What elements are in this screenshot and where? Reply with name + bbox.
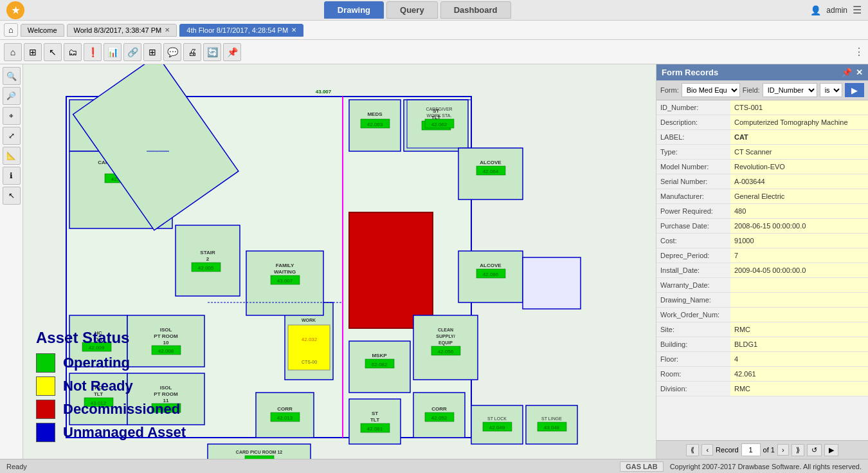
toolbar-refresh-btn[interactable]: 🔄 bbox=[203, 43, 221, 61]
toolbar-grid-btn[interactable]: ⊞ bbox=[143, 43, 161, 61]
svg-text:43.007: 43.007 bbox=[277, 278, 293, 284]
user-icon: 👤 bbox=[810, 5, 821, 15]
label-power: Power Required: bbox=[656, 204, 730, 218]
nav-last-btn[interactable]: ⟫ bbox=[791, 444, 804, 456]
tab-4thfloor[interactable]: 4th Floor 8/17/2017, 4:28:54 PM ✕ bbox=[179, 24, 303, 37]
tool-cursor[interactable]: ↖ bbox=[3, 187, 21, 205]
tool-info[interactable]: ℹ bbox=[3, 167, 21, 185]
toolbar-markup-btn[interactable]: ❗ bbox=[84, 43, 102, 61]
tool-zoom-in[interactable]: 🔍 bbox=[3, 67, 21, 85]
form-filter-select[interactable]: Bio Med Equ bbox=[682, 83, 740, 97]
field-filter-label: Field: bbox=[743, 86, 760, 94]
toolbar-pin-btn[interactable]: 📌 bbox=[223, 43, 241, 61]
nav-first-btn[interactable]: ⟪ bbox=[686, 444, 699, 456]
legend-label-decommissioned: Decommissioned bbox=[63, 401, 180, 418]
svg-text:CAREGIVER: CAREGIVER bbox=[426, 107, 452, 111]
record-row-desc: Description: Computerized Tomography Mac… bbox=[656, 115, 868, 130]
record-row-drawing: Drawing_Name: bbox=[656, 293, 868, 308]
toolbar-home-btn[interactable]: ⌂ bbox=[4, 43, 22, 61]
record-row-install: Install_Date: 2009-04-05 00:00:00.0 bbox=[656, 263, 868, 278]
svg-rect-110 bbox=[523, 257, 581, 309]
label-label: LABEL: bbox=[656, 130, 730, 144]
svg-text:MSKP: MSKP bbox=[372, 353, 387, 358]
legend-item-notready: Not Ready bbox=[36, 376, 186, 396]
svg-text:42.081: 42.081 bbox=[367, 426, 383, 432]
label-deprec: Deprec_Period: bbox=[656, 248, 730, 263]
svg-text:CORR: CORR bbox=[277, 406, 293, 412]
nav-prev-btn[interactable]: ‹ bbox=[701, 444, 713, 456]
tab-bar: ⌂ Welcome World 8/3/2017, 3:38:47 PM ✕ 4… bbox=[0, 21, 868, 40]
record-row-cost: Cost: 91000 bbox=[656, 234, 868, 248]
svg-text:62.082: 62.082 bbox=[372, 362, 388, 367]
nav-search-btn[interactable]: ▶ bbox=[824, 444, 838, 456]
toolbar-more-btn[interactable]: ⋮ bbox=[854, 46, 864, 58]
svg-text:43.048: 43.048 bbox=[544, 425, 560, 431]
pin-header-icon[interactable]: 📌 bbox=[842, 68, 852, 77]
nav-refresh-btn[interactable]: ↺ bbox=[807, 444, 822, 456]
record-row-warranty: Warranty_Date: bbox=[656, 278, 868, 293]
toolbar-link-btn[interactable]: 🔗 bbox=[123, 43, 141, 61]
gas-lab-badge: GAS LAB bbox=[620, 461, 664, 472]
tab-world-close[interactable]: ✕ bbox=[165, 26, 170, 33]
tab-world[interactable]: World 8/3/2017, 3:38:47 PM ✕ bbox=[67, 24, 177, 37]
tab-4thfloor-close[interactable]: ✕ bbox=[291, 26, 296, 33]
tool-zoom-select[interactable]: ⌖ bbox=[3, 107, 21, 125]
label-model: Model Number: bbox=[656, 160, 730, 174]
svg-text:42.013: 42.013 bbox=[277, 415, 293, 421]
legend-color-notready bbox=[36, 376, 55, 396]
value-cost: 91000 bbox=[730, 234, 868, 248]
tool-measure[interactable]: 📐 bbox=[3, 147, 21, 165]
tab-welcome[interactable]: Welcome bbox=[21, 24, 64, 37]
tool-zoom-out[interactable]: 🔎 bbox=[3, 87, 21, 105]
tab-drawing[interactable]: Drawing bbox=[324, 1, 384, 19]
svg-text:42.032: 42.032 bbox=[302, 337, 318, 342]
toolbar-print-btn[interactable]: 🖨 bbox=[183, 43, 201, 61]
toolbar-select-btn[interactable]: ↖ bbox=[44, 43, 62, 61]
legend-label-notready: Not Ready bbox=[63, 378, 133, 394]
toolbar-comment-btn[interactable]: 💬 bbox=[163, 43, 181, 61]
svg-text:42.063: 42.063 bbox=[367, 122, 383, 127]
toolbar-chart-btn[interactable]: 📊 bbox=[104, 43, 122, 61]
label-type: Type: bbox=[656, 145, 730, 159]
status-bar: Ready GAS LAB Copyright 2007-2017 Drawba… bbox=[0, 459, 868, 473]
form-records-body[interactable]: ID_Number: CTS-001 Description: Computer… bbox=[656, 100, 868, 440]
svg-text:42.086: 42.086 bbox=[483, 272, 499, 277]
filter-arrow-btn[interactable]: ▶ bbox=[845, 83, 864, 97]
toolbar-pan-btn[interactable]: ⊞ bbox=[24, 43, 42, 61]
svg-text:42.049: 42.049 bbox=[489, 425, 505, 431]
label-floor: Floor: bbox=[656, 352, 730, 366]
label-install: Install_Date: bbox=[656, 263, 730, 277]
record-row-mfr: Manufacturer: General Electric bbox=[656, 189, 868, 204]
close-header-icon[interactable]: ✕ bbox=[856, 68, 863, 77]
tab-home-btn[interactable]: ⌂ bbox=[4, 23, 18, 37]
svg-text:ALCOVE: ALCOVE bbox=[480, 263, 502, 268]
record-number-input[interactable] bbox=[741, 443, 761, 456]
record-row-purchase: Purchase Date: 2008-06-15 00:00:00.0 bbox=[656, 219, 868, 234]
label-purchase: Purchase Date: bbox=[656, 219, 730, 233]
toolbar-layer-btn[interactable]: 🗂 bbox=[64, 43, 82, 61]
legend-color-decommissioned bbox=[36, 400, 55, 419]
menu-icon[interactable]: ☰ bbox=[853, 4, 862, 16]
record-row-type: Type: CT Scanner bbox=[656, 145, 868, 160]
tool-fit[interactable]: ⤢ bbox=[3, 127, 21, 145]
value-desc: Computerized Tomography Machine bbox=[730, 115, 868, 129]
value-workorder bbox=[730, 308, 868, 322]
drawing-area[interactable]: TLT 42.004 CARD PICU ROOM 9 42.005 STAIR… bbox=[23, 64, 656, 459]
nav-next-btn[interactable]: › bbox=[777, 444, 789, 456]
svg-text:42.052: 42.052 bbox=[431, 415, 448, 421]
svg-text:EQUIP: EQUIP bbox=[439, 340, 453, 346]
svg-text:FAMILY: FAMILY bbox=[276, 263, 294, 268]
svg-text:CARD PICU ROOM 12: CARD PICU ROOM 12 bbox=[236, 450, 282, 454]
operator-filter-select[interactable]: is bbox=[820, 83, 842, 97]
record-row-deprec: Deprec_Period: 7 bbox=[656, 248, 868, 263]
record-row-workorder: Work_Order_Num: bbox=[656, 308, 868, 322]
field-filter-select[interactable]: ID_Number bbox=[763, 83, 817, 97]
tab-query[interactable]: Query bbox=[386, 1, 438, 19]
value-purchase: 2008-06-15 00:00:00.0 bbox=[730, 219, 868, 233]
tab-dashboard[interactable]: Dashboard bbox=[440, 1, 511, 19]
svg-text:TLT: TLT bbox=[370, 417, 379, 423]
header-icons: 📌 ✕ bbox=[842, 68, 863, 77]
right-panel: Form Records 📌 ✕ Form: Bio Med Equ Field… bbox=[656, 64, 868, 459]
logo[interactable]: ★ bbox=[6, 1, 24, 19]
svg-rect-36 bbox=[349, 212, 433, 328]
